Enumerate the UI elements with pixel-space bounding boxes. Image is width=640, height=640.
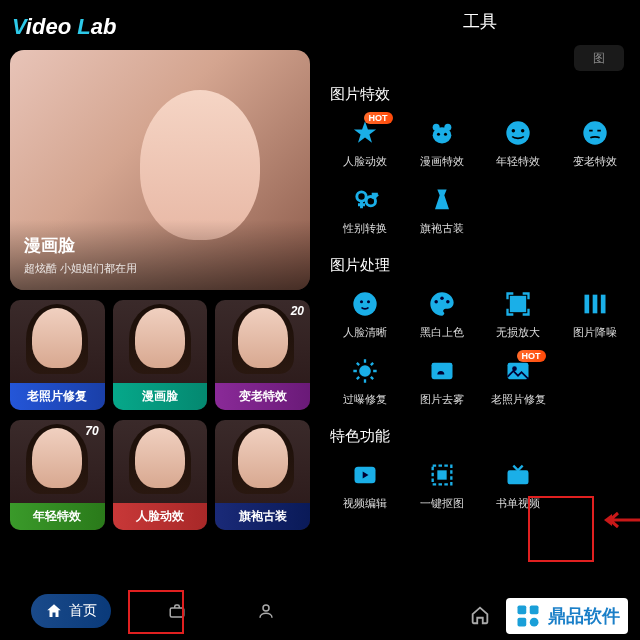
home-icon[interactable] [469, 604, 491, 626]
cloud-icon [427, 356, 457, 386]
section-title: 图片特效 [330, 79, 630, 112]
age-badge: 70 [85, 424, 98, 438]
svg-rect-21 [592, 295, 597, 314]
effect-card[interactable]: 70年轻特效 [10, 420, 105, 530]
palette-icon [427, 289, 457, 319]
tool-cloud[interactable]: 图片去雾 [407, 350, 478, 413]
svg-point-13 [354, 292, 377, 315]
svg-point-23 [359, 365, 371, 377]
tool-label: 人脸清晰 [343, 325, 387, 340]
tool-sun[interactable]: 过曝修复 [330, 350, 401, 413]
svg-rect-32 [530, 606, 539, 615]
tools-header: 工具 [330, 0, 630, 41]
hero-title: 漫画脸 [24, 234, 296, 257]
nav-home[interactable]: 首页 [31, 594, 111, 628]
cutout-icon [427, 460, 457, 490]
svg-point-14 [360, 300, 363, 303]
card-label: 旗袍古装 [215, 503, 310, 530]
tool-bars[interactable]: 图片降噪 [560, 283, 631, 346]
nav-toolbox[interactable] [154, 594, 200, 628]
tool-tv[interactable]: 书单视频 [483, 454, 554, 517]
tool-play[interactable]: 视频编辑 [330, 454, 401, 517]
face-icon [350, 289, 380, 319]
svg-point-10 [583, 121, 606, 144]
home-screen: Video Lab 漫画脸 超炫酷 小姐姐们都在用 老照片修复漫画脸20变老特效… [0, 0, 320, 640]
tool-label: 旗袍古装 [420, 221, 464, 236]
tool-bear[interactable]: 漫画特效 [407, 112, 478, 175]
tool-label: 性别转换 [343, 221, 387, 236]
bars-icon [580, 289, 610, 319]
search-pill[interactable]: 图 [574, 45, 624, 71]
effect-card[interactable]: 旗袍古装 [215, 420, 310, 530]
tool-label: 老照片修复 [491, 392, 546, 407]
age-badge: 20 [291, 304, 304, 318]
svg-point-9 [521, 129, 525, 133]
nav-profile[interactable] [243, 594, 289, 628]
svg-point-11 [357, 192, 366, 201]
card-label: 变老特效 [215, 383, 310, 410]
tool-star[interactable]: HOT人脸动效 [330, 112, 401, 175]
svg-rect-0 [170, 608, 184, 617]
tool-label: 年轻特效 [496, 154, 540, 169]
card-label: 人脸动效 [113, 503, 208, 530]
tool-cutout[interactable]: 一键抠图 [407, 454, 478, 517]
svg-point-1 [263, 605, 269, 611]
tool-label: 图片降噪 [573, 325, 617, 340]
hot-badge: HOT [517, 350, 546, 362]
tool-gender[interactable]: 性别转换 [330, 179, 401, 242]
tool-label: 过曝修复 [343, 392, 387, 407]
tool-face[interactable]: 人脸清晰 [330, 283, 401, 346]
svg-point-4 [432, 127, 451, 143]
smile-icon [503, 118, 533, 148]
hero-card[interactable]: 漫画脸 超炫酷 小姐姐们都在用 [10, 50, 310, 290]
svg-rect-33 [518, 618, 527, 627]
nav-home-label: 首页 [69, 602, 97, 620]
tool-label: 变老特效 [573, 154, 617, 169]
effect-card[interactable]: 老照片修复 [10, 300, 105, 410]
svg-point-15 [367, 300, 370, 303]
svg-point-7 [507, 121, 530, 144]
effect-card[interactable]: 漫画脸 [113, 300, 208, 410]
svg-point-17 [440, 296, 444, 300]
watermark-icon [514, 602, 542, 630]
home-icon [45, 602, 63, 620]
tool-photo[interactable]: HOT老照片修复 [483, 350, 554, 413]
tool-smile[interactable]: 年轻特效 [483, 112, 554, 175]
tools-screen: 工具 图 图片特效HOT人脸动效漫画特效年轻特效变老特效性别转换旗袍古装图片处理… [320, 0, 640, 640]
tool-label: 人脸动效 [343, 154, 387, 169]
svg-rect-20 [584, 295, 589, 314]
tool-oldface[interactable]: 变老特效 [560, 112, 631, 175]
bear-icon [427, 118, 457, 148]
expand-icon [503, 289, 533, 319]
tool-label: 无损放大 [496, 325, 540, 340]
watermark-text: 鼎品软件 [548, 604, 620, 628]
watermark: 鼎品软件 [506, 598, 628, 634]
gender-icon [350, 185, 380, 215]
tv-icon [503, 460, 533, 490]
svg-rect-31 [518, 606, 527, 615]
tool-dress[interactable]: 旗袍古装 [407, 179, 478, 242]
tool-expand[interactable]: 无损放大 [483, 283, 554, 346]
svg-point-6 [444, 133, 447, 136]
tool-label: 书单视频 [496, 496, 540, 511]
profile-icon [257, 602, 275, 620]
tool-palette[interactable]: 黑白上色 [407, 283, 478, 346]
card-label: 老照片修复 [10, 383, 105, 410]
svg-point-5 [437, 133, 440, 136]
svg-point-34 [530, 618, 539, 627]
effect-card[interactable]: 人脸动效 [113, 420, 208, 530]
card-label: 漫画脸 [113, 383, 208, 410]
svg-rect-19 [510, 296, 526, 312]
play-icon [350, 460, 380, 490]
tool-label: 黑白上色 [420, 325, 464, 340]
tool-label: 漫画特效 [420, 154, 464, 169]
oldface-icon [580, 118, 610, 148]
effect-card[interactable]: 20变老特效 [215, 300, 310, 410]
app-logo: Video Lab [10, 8, 310, 50]
svg-rect-22 [601, 295, 606, 314]
card-label: 年轻特效 [10, 503, 105, 530]
toolbox-icon [168, 602, 186, 620]
dress-icon [427, 185, 457, 215]
tool-label: 视频编辑 [343, 496, 387, 511]
section-title: 图片处理 [330, 250, 630, 283]
